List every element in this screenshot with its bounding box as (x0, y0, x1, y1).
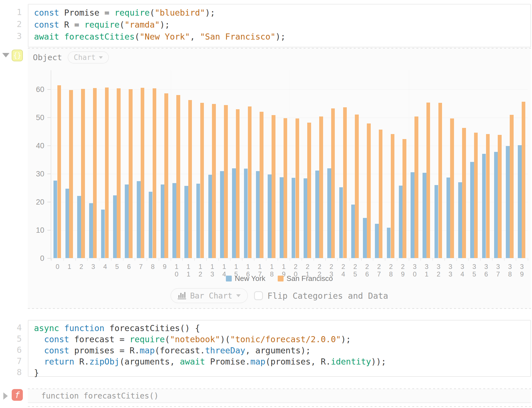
x-axis-tick (337, 258, 338, 261)
code-editor-1[interactable]: const Promise = require("bluebird");cons… (28, 4, 531, 47)
x-axis-label: 7 (135, 263, 147, 270)
x-axis-tick (242, 258, 242, 261)
x-axis-label: 4 (99, 263, 111, 270)
x-axis-label: 3 (87, 263, 99, 270)
code-line[interactable]: return R.zipObj(arguments, await Promise… (34, 356, 530, 367)
chart-type-dropdown[interactable]: Bar Chart (170, 288, 248, 303)
bar-new-york (506, 146, 510, 258)
bar-san-francisco (426, 103, 430, 258)
x-axis-tick (397, 258, 397, 261)
x-axis-tick (480, 258, 480, 261)
bar-san-francisco (188, 100, 192, 258)
y-axis-label: 0 (40, 254, 44, 263)
y-axis-label: 50 (36, 113, 44, 122)
bar-new-york (77, 196, 81, 258)
collapse-output-triangle-icon[interactable] (2, 53, 9, 57)
bar-new-york (494, 152, 498, 258)
bar-san-francisco (379, 130, 383, 258)
x-axis-tick (206, 258, 207, 261)
x-axis-label: 9 (159, 263, 171, 270)
x-axis-tick (278, 258, 278, 261)
horizontal-gridline (52, 89, 528, 90)
bar-new-york (101, 210, 105, 258)
object-braces-badge-icon[interactable]: {} (12, 50, 23, 61)
function-badge-icon[interactable]: f (12, 389, 23, 401)
bar-san-francisco (474, 133, 478, 258)
x-axis-tick (87, 258, 87, 261)
expand-output-triangle-icon[interactable] (3, 392, 8, 400)
bar-san-francisco (81, 89, 85, 258)
code-line[interactable]: const forecast = require("notebook")("to… (34, 334, 530, 345)
code-line[interactable]: const Promise = require("bluebird"); (34, 7, 530, 19)
x-axis-tick (64, 258, 64, 261)
bar-san-francisco (367, 123, 371, 258)
horizontal-gridline (52, 146, 528, 146)
line-number-gutter: 123 (0, 4, 23, 42)
y-axis-tick (47, 174, 51, 174)
x-axis-tick (230, 258, 230, 261)
bar-san-francisco (414, 116, 418, 258)
x-axis-tick (349, 258, 350, 261)
bar-san-francisco (176, 95, 180, 258)
bar-san-francisco (438, 103, 442, 258)
y-axis-label: 60 (36, 85, 44, 94)
bar-new-york (268, 174, 272, 258)
braces-glyph: {} (13, 52, 21, 59)
code-line[interactable]: const R = require("ramda"); (34, 19, 530, 31)
code-cell-1: 123 const Promise = require("bluebird");… (0, 4, 532, 47)
x-axis-tick (492, 258, 492, 261)
bar-new-york (256, 171, 260, 258)
function-summary-row[interactable]: function forecastCities() (28, 389, 531, 403)
bar-san-francisco (57, 85, 61, 258)
bar-san-francisco (462, 128, 466, 258)
x-axis-tick (194, 258, 195, 261)
bar-san-francisco (164, 93, 168, 258)
line-number: 5 (0, 333, 23, 344)
chevron-down-icon (236, 294, 241, 297)
x-axis-tick (135, 258, 135, 261)
x-axis-tick (254, 258, 254, 261)
code-line[interactable]: const promises = R.map(forecast.threeDay… (34, 345, 530, 356)
output-type-label: Object (33, 53, 62, 62)
y-axis-label: 20 (36, 198, 44, 207)
chart-controls: Bar Chart Flip Categories and Data (28, 288, 531, 303)
runkit-notebook: 123 const Promise = require("bluebird");… (0, 0, 532, 408)
render-mode-dropdown[interactable]: Chart (68, 51, 109, 64)
y-axis-line (51, 70, 51, 261)
bar-san-francisco (200, 103, 204, 258)
bar-new-york (518, 145, 522, 258)
line-number: 2 (0, 18, 23, 30)
bar-new-york (53, 181, 57, 258)
code-editor-2[interactable]: async function forecastCities() { const … (28, 320, 531, 377)
bar-san-francisco (117, 88, 121, 258)
y-axis-tick (47, 89, 51, 90)
bar-san-francisco (391, 134, 395, 258)
bar-san-francisco (319, 116, 323, 258)
y-axis-label: 40 (36, 142, 44, 150)
code-cell-2: 45678 async function forecastCities() { … (0, 320, 532, 377)
x-axis-tick (468, 258, 468, 261)
flip-categories-checkbox[interactable] (254, 291, 263, 300)
bar-san-francisco (93, 88, 97, 258)
x-axis-tick (457, 258, 457, 261)
y-axis-label: 10 (36, 226, 44, 235)
line-number: 3 (0, 30, 23, 42)
x-axis-tick (171, 258, 171, 261)
chart-legend: New YorkSan Francisco (28, 274, 531, 283)
x-axis-label: 2 (75, 263, 87, 270)
code-line[interactable]: async function forecastCities() { (34, 323, 530, 334)
bar-san-francisco (402, 139, 406, 258)
code-line[interactable]: } (34, 367, 530, 378)
bar-new-york (184, 186, 188, 258)
line-number: 7 (0, 356, 23, 367)
bar-new-york (339, 187, 343, 258)
x-axis-tick (433, 258, 433, 261)
x-axis-label: 8 (147, 263, 159, 270)
legend-item: New York (226, 274, 265, 283)
code-line[interactable]: await forecastCities("New York", "San Fr… (34, 31, 530, 43)
x-axis-tick (159, 258, 159, 261)
bar-san-francisco (153, 88, 157, 258)
bar-new-york (113, 195, 117, 258)
legend-item: San Francisco (278, 274, 333, 283)
bar-new-york (137, 181, 141, 258)
